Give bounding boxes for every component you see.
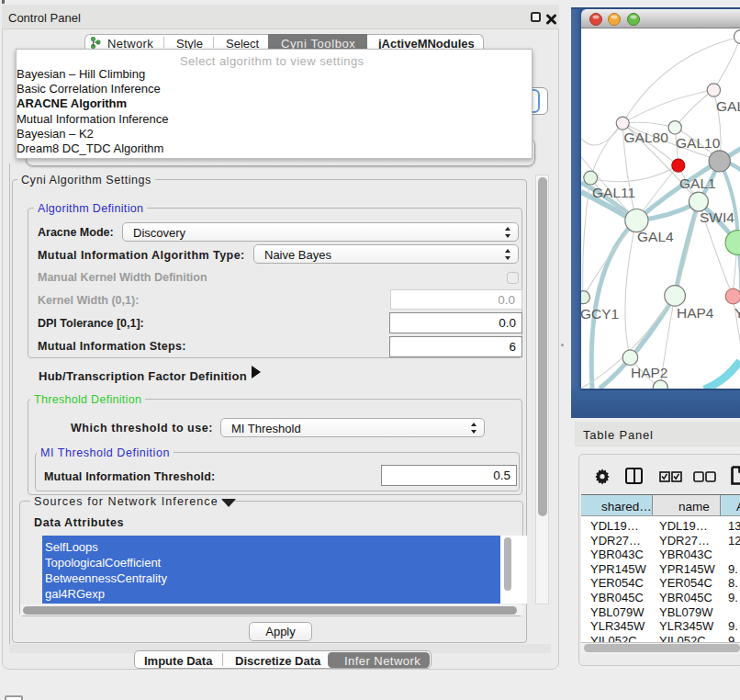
- svg-text:GAL10: GAL10: [676, 135, 721, 151]
- svg-text:GAL1: GAL1: [679, 175, 716, 191]
- svg-text:GAL2: GAL2: [716, 98, 740, 114]
- svg-text:HAP2: HAP2: [631, 365, 668, 380]
- svg-text:SWI4: SWI4: [700, 209, 734, 225]
- svg-text:GAL80: GAL80: [624, 130, 669, 145]
- svg-text:HAP4: HAP4: [677, 305, 714, 321]
- svg-text:Y: Y: [734, 305, 740, 321]
- svg-text:GCY1: GCY1: [581, 306, 619, 322]
- svg-text:GAL11: GAL11: [592, 185, 635, 200]
- svg-text:GAL4: GAL4: [637, 229, 674, 244]
